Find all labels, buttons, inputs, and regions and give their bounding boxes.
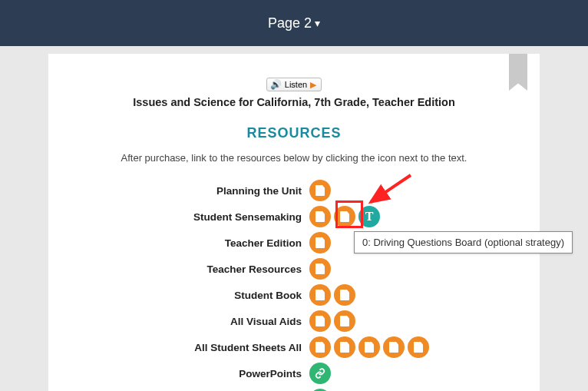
document-icon[interactable] bbox=[334, 206, 355, 227]
document-icon[interactable] bbox=[358, 336, 380, 358]
resource-label: Planning the Unit bbox=[79, 185, 309, 197]
resource-label: Teacher Edition bbox=[79, 237, 309, 249]
resource-label: PowerPoints bbox=[79, 368, 309, 379]
speaker-icon: 🔊 bbox=[270, 79, 282, 90]
document-icon[interactable] bbox=[334, 284, 355, 306]
resource-row: All Visual Aids bbox=[79, 308, 509, 334]
page-header: Page 2 ▾ bbox=[0, 0, 588, 46]
resource-row: Equipment Refill Lists bbox=[79, 386, 509, 391]
t-icon[interactable]: T bbox=[358, 206, 380, 227]
resource-row: Student Book bbox=[79, 282, 509, 308]
resource-row: PowerPoints bbox=[79, 360, 509, 386]
title-area: 🔊 Listen ▶ Issues and Science for Califo… bbox=[79, 77, 509, 108]
chevron-down-icon[interactable]: ▾ bbox=[315, 17, 320, 29]
resource-label: Teacher Resources bbox=[79, 263, 309, 275]
resource-icons bbox=[309, 232, 331, 253]
resource-icons: T bbox=[309, 206, 380, 227]
listen-button[interactable]: 🔊 Listen ▶ bbox=[266, 78, 322, 91]
resource-label: Student Sensemaking bbox=[79, 211, 309, 223]
document-icon[interactable] bbox=[309, 336, 331, 358]
resource-row: Planning the Unit bbox=[79, 177, 509, 204]
page-container: 🔊 Listen ▶ Issues and Science for Califo… bbox=[0, 46, 588, 391]
document-page: 🔊 Listen ▶ Issues and Science for Califo… bbox=[48, 54, 540, 391]
book-title: Issues and Science for California, 7th G… bbox=[79, 96, 509, 108]
play-icon: ▶ bbox=[310, 80, 316, 90]
page-number-label[interactable]: Page 2 bbox=[268, 15, 312, 31]
resource-icons bbox=[309, 310, 355, 332]
resource-icons bbox=[309, 180, 331, 201]
document-icon[interactable] bbox=[334, 310, 355, 332]
resource-row: Teacher Resources bbox=[79, 256, 509, 282]
resource-rows: 0: Driving Questions Board (optional str… bbox=[79, 177, 509, 391]
document-icon[interactable] bbox=[334, 336, 355, 358]
document-icon[interactable] bbox=[309, 258, 331, 280]
document-icon[interactable] bbox=[309, 284, 331, 306]
resource-icons bbox=[309, 363, 331, 384]
tooltip: 0: Driving Questions Board (optional str… bbox=[354, 231, 573, 253]
instruction-text: After purchase, link to the resources be… bbox=[79, 152, 509, 164]
link-icon[interactable] bbox=[309, 363, 331, 384]
resource-label: All Student Sheets All bbox=[79, 342, 309, 353]
document-icon[interactable] bbox=[408, 336, 429, 358]
resource-icons bbox=[309, 284, 355, 306]
listen-label: Listen bbox=[285, 80, 307, 89]
resources-heading: RESOURCES bbox=[79, 125, 509, 141]
document-icon[interactable] bbox=[383, 336, 405, 358]
document-icon[interactable] bbox=[309, 310, 331, 332]
resource-label: All Visual Aids bbox=[79, 316, 309, 327]
tooltip-text: 0: Driving Questions Board (optional str… bbox=[362, 237, 564, 248]
bookmark-icon bbox=[509, 54, 527, 91]
resource-row: All Student Sheets All bbox=[79, 334, 509, 360]
document-icon[interactable] bbox=[309, 180, 331, 201]
document-icon[interactable] bbox=[309, 206, 331, 227]
resource-label: Student Book bbox=[79, 290, 309, 301]
resource-icons bbox=[309, 258, 331, 280]
resource-icons bbox=[309, 336, 429, 358]
document-icon[interactable] bbox=[309, 232, 331, 253]
resource-row: Student SensemakingT bbox=[79, 204, 509, 230]
